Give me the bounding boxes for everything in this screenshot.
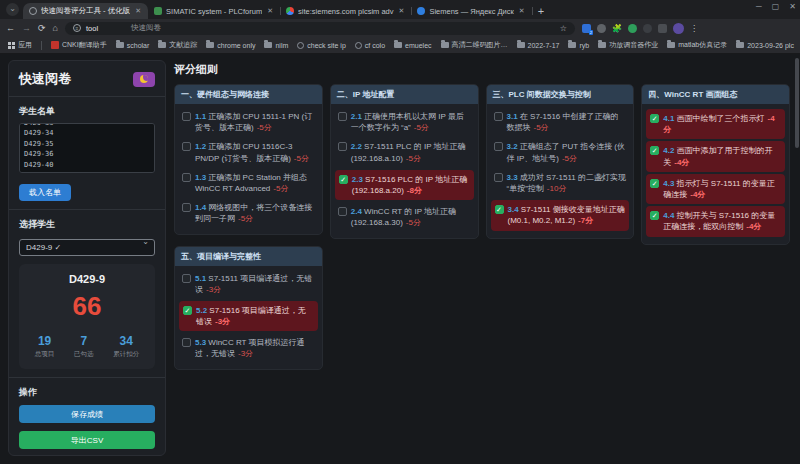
bookmark-item[interactable]: scholar <box>116 42 150 49</box>
address-bar[interactable]: ≡ tool 快速阅卷 ☆ <box>65 22 575 35</box>
item-deduction: -4分 <box>690 190 705 199</box>
rubric-item[interactable]: ✓ 3.2 正确组态了 PUT 指令连接 (伙伴 IP、地址号)-5分 <box>490 137 631 167</box>
bookmark-item[interactable]: emuelec <box>394 42 431 49</box>
extensions-puzzle-icon[interactable]: 🧩 <box>612 24 622 33</box>
browser-tab[interactable]: site:siemens.com plcsim adv ✕ <box>280 3 411 19</box>
extension-icon[interactable] <box>658 24 667 33</box>
site-info-icon[interactable]: ≡ <box>73 24 81 32</box>
tab-close-icon[interactable]: ✕ <box>134 6 142 16</box>
tab-close-icon[interactable]: ✕ <box>518 6 526 16</box>
checked-checkbox[interactable]: ✓ <box>339 175 348 184</box>
unchecked-checkbox[interactable]: ✓ <box>182 142 191 151</box>
tab-close-icon[interactable]: ✕ <box>398 6 406 16</box>
browser-tab[interactable]: SIMATIC system - PLCforum ✕ <box>148 3 280 19</box>
item-id: 1.1 <box>195 112 208 121</box>
student-select[interactable]: D429-9 ✓ <box>19 239 155 256</box>
roster-textarea[interactable] <box>19 123 155 173</box>
bookmark-item[interactable]: chrome only <box>206 42 255 49</box>
rubric-item[interactable]: ✓ 3.4 S7-1511 侧接收变量地址正确 (M0.1, M0.2, M1.… <box>491 200 630 230</box>
rubric-item[interactable]: ✓ 1.4 网络视图中，将三个设备连接到同一子网-5分 <box>178 198 319 228</box>
profile-avatar[interactable] <box>673 23 684 34</box>
rubric-item[interactable]: ✓ 1.2 正确添加 CPU 1516C-3 PN/DP (订货号、版本正确)-… <box>178 137 319 167</box>
stat: 19 总项目 <box>35 334 55 359</box>
rubric-item[interactable]: ✓ 5.1 S7-1511 项目编译通过，无错误-3分 <box>178 269 319 299</box>
bookmark-item[interactable]: 高清二维码图片… <box>441 40 508 50</box>
bookmark-item[interactable]: 文献追踪 <box>158 40 197 50</box>
rubric-item[interactable]: ✓ 4.1 画面中绘制了三个指示灯-4分 <box>646 109 785 139</box>
checked-checkbox[interactable]: ✓ <box>650 114 659 123</box>
new-tab-button[interactable]: + <box>538 5 544 17</box>
home-icon[interactable]: ⌂ <box>53 23 58 33</box>
rubric-item[interactable]: ✓ 3.3 成功对 S7-1511 的二盏灯实现“单按”控制-10分 <box>490 168 631 198</box>
bookmark-item[interactable]: 功放调音器作业 <box>598 40 658 50</box>
bookmark-item[interactable]: 2023-09-26 plc <box>736 42 794 49</box>
unchecked-checkbox[interactable]: ✓ <box>182 338 191 347</box>
unchecked-checkbox[interactable]: ✓ <box>494 173 503 182</box>
back-icon[interactable]: ← <box>6 23 15 33</box>
unchecked-checkbox[interactable]: ✓ <box>182 173 191 182</box>
checked-checkbox[interactable]: ✓ <box>650 179 659 188</box>
checked-checkbox[interactable]: ✓ <box>183 306 192 315</box>
bookmark-star-icon[interactable]: ☆ <box>560 24 567 33</box>
bookmark-item[interactable]: cf colo <box>355 42 385 49</box>
unchecked-checkbox[interactable]: ✓ <box>182 112 191 121</box>
bookmark-item[interactable]: CNKI翻译助手 <box>51 40 107 50</box>
extension-icon[interactable] <box>597 24 606 33</box>
close-button[interactable]: ✕ <box>789 2 796 11</box>
tab-search-button[interactable]: ⌄ <box>6 3 19 16</box>
item-text: 4.1 画面中绘制了三个指示灯-4分 <box>663 113 781 135</box>
bookmark-item[interactable]: 应用 <box>8 40 32 50</box>
rubric-item[interactable]: ✓ 4.2 画面中添加了用于控制的开关-4分 <box>646 141 785 171</box>
bookmark-item[interactable]: nilm <box>264 42 288 49</box>
page-scrollbar[interactable] <box>795 58 799 148</box>
unchecked-checkbox[interactable]: ✓ <box>338 142 347 151</box>
red-icon <box>51 41 59 49</box>
item-id: 1.4 <box>195 203 208 212</box>
item-desc: 正确使用本机以太网 IP 最后一个数字作为 “a” <box>351 112 464 132</box>
item-deduction: -5分 <box>406 218 421 227</box>
rubric-item[interactable]: ✓ 2.1 正确使用本机以太网 IP 最后一个数字作为 “a”-5分 <box>334 107 475 137</box>
extension-icon[interactable] <box>582 24 591 33</box>
rubric-item[interactable]: ✓ 5.3 WinCC RT 项目模拟运行通过，无错误-3分 <box>178 333 319 363</box>
rubric-item[interactable]: ✓ 2.2 S7-1511 PLC 的 IP 地址正确 (192.168.a.1… <box>334 137 475 167</box>
bookmark-item[interactable]: ryb <box>568 42 589 49</box>
rubric-item[interactable]: ✓ 5.2 S7-1516 项目编译通过，无错误-3分 <box>179 301 318 331</box>
item-deduction: -5分 <box>257 123 272 132</box>
bookmark-item[interactable]: check site ip <box>297 42 346 49</box>
theme-toggle-button[interactable] <box>133 72 155 87</box>
checked-checkbox[interactable]: ✓ <box>495 205 504 214</box>
unchecked-checkbox[interactable]: ✓ <box>182 203 191 212</box>
browser-tab[interactable]: 快速阅卷评分工具 - 优化版 ✕ <box>23 3 148 19</box>
extension-icon[interactable] <box>628 24 637 33</box>
browser-menu-icon[interactable]: ⋮ <box>690 24 698 33</box>
rubric-item[interactable]: ✓ 2.4 WinCC RT 的 IP 地址正确 (192.168.a.30)-… <box>334 202 475 232</box>
checked-checkbox[interactable]: ✓ <box>650 146 659 155</box>
unchecked-checkbox[interactable]: ✓ <box>494 112 503 121</box>
extension-icon[interactable] <box>643 24 652 33</box>
item-id: 5.2 <box>196 306 209 315</box>
browser-tab[interactable]: Siemens — Яндекс Диск ✕ <box>411 3 531 19</box>
minimize-button[interactable]: ─ <box>756 2 762 11</box>
save-scores-button[interactable]: 保存成绩 <box>19 405 155 423</box>
unchecked-checkbox[interactable]: ✓ <box>182 274 191 283</box>
unchecked-checkbox[interactable]: ✓ <box>338 207 347 216</box>
rubric-item[interactable]: ✓ 1.3 正确添加 PC Station 并组态 WinCC RT Advan… <box>178 168 319 198</box>
tab-close-icon[interactable]: ✕ <box>266 6 274 16</box>
rubric-item[interactable]: ✓ 4.4 控制开关与 S7-1516 的变量正确连接，能双向控制-4分 <box>646 206 785 236</box>
export-csv-button[interactable]: 导出CSV <box>19 431 155 449</box>
rubric-item[interactable]: ✓ 4.3 指示灯与 S7-1511 的变量正确连接-4分 <box>646 174 785 204</box>
rubric-item[interactable]: ✓ 1.1 正确添加 CPU 1511-1 PN (订货号、版本正确)-5分 <box>178 107 319 137</box>
bookmark-item[interactable]: matlab仿真记录 <box>667 40 727 50</box>
reload-icon[interactable]: ⟳ <box>38 23 46 33</box>
item-desc: 正确添加 PC Station 并组态 WinCC RT Advanced <box>195 173 307 193</box>
forward-icon[interactable]: → <box>22 23 31 33</box>
unchecked-checkbox[interactable]: ✓ <box>338 112 347 121</box>
rubric-item[interactable]: ✓ 3.1 在 S7-1516 中创建了正确的数据块-5分 <box>490 107 631 137</box>
checked-checkbox[interactable]: ✓ <box>650 211 659 220</box>
maximize-button[interactable]: ▢ <box>772 2 780 11</box>
rubric-item[interactable]: ✓ 2.3 S7-1516 PLC 的 IP 地址正确 (192.168.a.2… <box>335 170 474 200</box>
load-roster-button[interactable]: 载入名单 <box>19 184 71 201</box>
item-desc: 指示灯与 S7-1511 的变量正确连接 <box>663 179 774 199</box>
unchecked-checkbox[interactable]: ✓ <box>494 142 503 151</box>
bookmark-item[interactable]: 2022-7-17 <box>517 42 560 49</box>
